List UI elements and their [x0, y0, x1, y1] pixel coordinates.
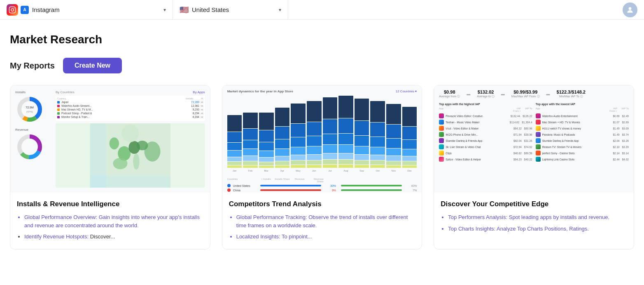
- card3-bullets: Top Performers Analysis: Spot leading ap…: [441, 213, 627, 233]
- card-installs-revenue[interactable]: Installs 72.9M (47%) Revenue: [10, 85, 210, 250]
- card2-bullet-1: Global Performance Tracking: Observe the…: [236, 213, 415, 229]
- card3-title: Discover Your Competitive Edge: [441, 200, 627, 208]
- card1-bullets: Global Performance Overview: Gain insigh…: [17, 213, 203, 241]
- card2-preview: Market dynamics for the year in App Stor…: [222, 85, 422, 193]
- country-selector[interactable]: 🇺🇸 United States ▾: [173, 0, 288, 19]
- metric-min-iap: $122.3/$148.2 Min/Max IAP To ⓘ: [557, 90, 586, 99]
- revenue-donut: Revenue: [15, 128, 52, 161]
- card1-title: Installs & Revenue Intelligence: [17, 200, 203, 208]
- svg-text:(47%): (47%): [26, 111, 33, 113]
- card2-title: Competitors Trend Analysis: [229, 200, 415, 208]
- card2-body: Competitors Trend Analysis Global Perfor…: [222, 193, 422, 249]
- flag-icon: 🇺🇸: [180, 5, 189, 14]
- europe-map: [56, 123, 205, 188]
- metric-avg-to: $132.02 Average to ⓘ: [477, 90, 495, 99]
- mini-table-highest-iap: Top apps with the highest IAP AppIAP Fro…: [439, 103, 532, 188]
- main-content: Market Research My Reports Create New In…: [0, 20, 644, 259]
- country-chevron: ▾: [279, 7, 281, 13]
- card1-bullet-1: Global Performance Overview: Gain insigh…: [24, 213, 203, 229]
- svg-point-1: [11, 9, 14, 11]
- app-selector-chevron: ▾: [163, 7, 166, 13]
- metric-max-iap: $0.99/$3.99 Max/Max IAP From ⓘ: [511, 90, 540, 99]
- card1-preview: Installs 72.9M (47%) Revenue: [10, 85, 210, 193]
- user-avatar[interactable]: [623, 2, 637, 17]
- app-icon-wrapper: A: [7, 4, 29, 16]
- mini-table-lowest-iap: Top apps with the lowest IAP AppIAP From…: [536, 103, 629, 188]
- preview1-right: By CountriesBy Apps CountryInstallsIK Ja…: [56, 90, 205, 188]
- app-selector-label: Instagram: [32, 6, 160, 13]
- installs-donut: Installs 72.9M (47%): [15, 90, 52, 124]
- card-competitive-edge[interactable]: $0.98 Average from ⓘ ▬ $132.02 Average t…: [434, 85, 634, 250]
- preview1-layout: Installs 72.9M (47%) Revenue: [10, 85, 210, 193]
- svg-point-21: [121, 125, 139, 142]
- app-selector[interactable]: A Instagram ▾: [0, 0, 173, 19]
- preview1-left: Installs 72.9M (47%) Revenue: [15, 90, 52, 188]
- svg-rect-24: [90, 176, 170, 188]
- svg-rect-0: [9, 7, 16, 13]
- chart-table: Countries ↕ Installs Installs Share Reve…: [227, 178, 417, 193]
- preview2-layout: Market dynamics for the year in App Stor…: [222, 85, 422, 193]
- create-new-button[interactable]: Create New: [63, 58, 122, 73]
- card3-bullet-1: Top Performers Analysis: Spot leading ap…: [448, 213, 627, 221]
- svg-point-15: [110, 137, 119, 149]
- tables-row: Top apps with the highest IAP AppIAP Fro…: [439, 103, 629, 188]
- metric-avg-from: $0.98 Average from ⓘ: [439, 90, 460, 99]
- preview3-layout: $0.98 Average from ⓘ ▬ $132.02 Average t…: [434, 85, 634, 193]
- card1-bullet-2: Identify Revenue Hotspots: Discover...: [24, 233, 203, 241]
- appstore-badge: A: [21, 6, 29, 14]
- card3-bullet-2: Top Charts Insights: Analyze Top Charts …: [448, 225, 627, 233]
- svg-point-2: [14, 7, 14, 8]
- instagram-icon: [7, 4, 18, 16]
- card2-bullets: Global Performance Tracking: Observe the…: [229, 213, 415, 241]
- svg-point-22: [144, 141, 160, 162]
- svg-point-19: [133, 153, 140, 170]
- card1-body: Installs & Revenue Intelligence Global P…: [10, 193, 210, 249]
- card-competitors-trend[interactable]: Market dynamics for the year in App Stor…: [222, 85, 422, 250]
- card3-body: Discover Your Competitive Edge Top Perfo…: [434, 193, 634, 241]
- cards-grid: Installs 72.9M (47%) Revenue: [10, 85, 634, 250]
- my-reports-label: My Reports: [10, 61, 55, 71]
- card3-preview: $0.98 Average from ⓘ ▬ $132.02 Average t…: [434, 85, 634, 193]
- reports-header: My Reports Create New: [10, 58, 634, 73]
- card2-bullet-2: Localized Insights: To pinpoint...: [236, 233, 415, 241]
- top-bar: A Instagram ▾ 🇺🇸 United States ▾: [0, 0, 644, 20]
- svg-point-3: [629, 7, 632, 10]
- stacked-bar-chart: [227, 96, 417, 170]
- metrics-row: $0.98 Average from ⓘ ▬ $132.02 Average t…: [439, 90, 629, 99]
- svg-point-18: [113, 158, 127, 169]
- country-label: United States: [192, 6, 275, 13]
- page-title: Market Research: [10, 33, 634, 46]
- svg-text:72.9M: 72.9M: [26, 106, 34, 109]
